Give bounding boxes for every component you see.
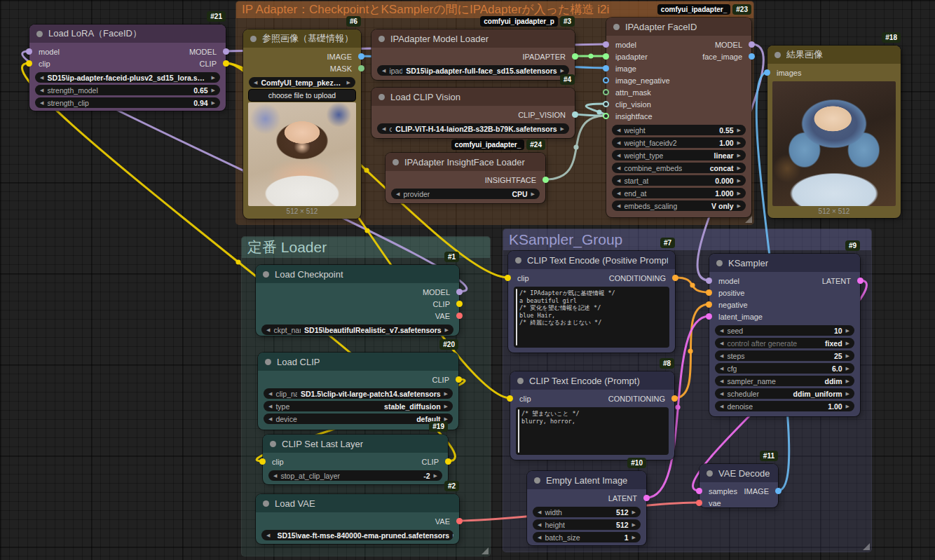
collapse-dot-icon[interactable]	[515, 257, 521, 264]
combo-right-arrow-icon[interactable]	[445, 325, 449, 335]
output-dot-IMAGE[interactable]	[775, 488, 782, 494]
combo-left-arrow-icon[interactable]	[538, 532, 541, 542]
collapse-dot-icon[interactable]	[378, 94, 385, 100]
combo-left-arrow-icon[interactable]	[40, 72, 43, 83]
output-dot-IPADAPTER[interactable]	[572, 53, 578, 60]
input-dot-clip[interactable]	[505, 275, 511, 281]
combo-right-arrow-icon[interactable]	[347, 77, 350, 88]
input-dot-ipadapter[interactable]	[603, 53, 609, 60]
output-dot-CONDITIONING[interactable]	[671, 395, 678, 402]
output-dot-face_image[interactable]	[749, 53, 755, 60]
output-dot-CLIP_VISION[interactable]	[572, 111, 578, 118]
input-dot-vae[interactable]	[696, 500, 702, 506]
combo-left-arrow-icon[interactable]	[617, 125, 620, 135]
combo-left-arrow-icon[interactable]	[266, 530, 270, 540]
input-dot-clip[interactable]	[507, 395, 513, 402]
widget-end-at[interactable]: end_at1.000	[612, 188, 746, 198]
widget-provider[interactable]: providerCPU	[391, 189, 540, 199]
combo-left-arrow-icon[interactable]	[720, 376, 723, 386]
combo-left-arrow-icon[interactable]	[268, 388, 272, 399]
node-header[interactable]: Empty Latent Image	[527, 471, 646, 489]
collapse-dot-icon[interactable]	[263, 500, 269, 507]
collapse-dot-icon[interactable]	[534, 477, 540, 484]
combo-right-arrow-icon[interactable]	[846, 388, 849, 399]
input-dot-clip[interactable]	[26, 60, 32, 67]
combo-right-arrow-icon[interactable]	[737, 137, 741, 148]
input-dot-positive[interactable]	[706, 289, 712, 296]
input-dot-model[interactable]	[603, 41, 609, 48]
collapse-dot-icon[interactable]	[270, 441, 276, 447]
combo-right-arrow-icon[interactable]	[444, 401, 448, 411]
combo-left-arrow-icon[interactable]	[617, 163, 620, 173]
output-dot-MASK[interactable]	[358, 65, 364, 71]
widget--[interactable]: .SD15\vae-ft-mse-840000-ema-pruned.safet…	[261, 530, 453, 540]
node-header[interactable]: Load LoRA（FaceID）	[29, 25, 226, 43]
widget-ipadapt-[interactable]: ipadapt...SD15\ip-adapter-full-face_sd15…	[377, 65, 569, 76]
node-header[interactable]: IPAdapter FaceID	[606, 18, 751, 36]
node-header[interactable]: IPAdapter InsightFace Loader	[385, 153, 545, 171]
input-dot-attn_mask[interactable]	[603, 89, 609, 95]
combo-left-arrow-icon[interactable]	[617, 175, 620, 186]
widget-sampler-name[interactable]: sampler_nameddim	[715, 376, 854, 386]
widget-weight-faceidv2[interactable]: weight_faceidv21.00	[612, 137, 746, 148]
input-dot-insightface[interactable]	[603, 113, 609, 119]
widget-steps[interactable]: steps25	[715, 350, 854, 361]
widget-strength-model[interactable]: strength_model0.65	[35, 85, 220, 95]
combo-left-arrow-icon[interactable]	[720, 338, 723, 348]
combo-left-arrow-icon[interactable]	[266, 325, 270, 335]
combo-right-arrow-icon[interactable]	[632, 519, 636, 530]
widget-weight[interactable]: weight0.55	[612, 125, 746, 135]
collapse-dot-icon[interactable]	[393, 159, 399, 165]
output-dot-MODEL[interactable]	[456, 289, 463, 295]
widget-comfyui-temp-pkezk-[interactable]: ComfyUI_temp_pkezk ...	[249, 77, 355, 88]
node-header[interactable]: Load Checkpoint	[256, 265, 459, 283]
widget-denoise[interactable]: denoise1.00	[715, 401, 854, 411]
input-dot-image[interactable]	[603, 65, 609, 71]
combo-right-arrow-icon[interactable]	[531, 189, 535, 199]
node-load-clip-vision[interactable]: #4Load CLIP VisionCLIP_VISIONclip ...CLI…	[371, 88, 575, 138]
combo-right-arrow-icon[interactable]	[434, 470, 437, 481]
output-dot-CLIP[interactable]	[445, 458, 451, 465]
combo-left-arrow-icon[interactable]	[720, 363, 723, 374]
widget-scheduler[interactable]: schedulerddim_uniform	[715, 388, 854, 399]
collapse-dot-icon[interactable]	[36, 31, 43, 37]
node-header[interactable]: CLIP Text Encode (Positive Prompt)	[508, 251, 675, 269]
node-clip-text-encode-negative[interactable]: #8CLIP Text Encode (Prompt)clipCONDITION…	[510, 371, 674, 460]
widget-stop-at-clip-layer[interactable]: stop_at_clip_layer-2	[268, 470, 442, 481]
collapse-dot-icon[interactable]	[774, 52, 781, 58]
output-dot-CLIP[interactable]	[223, 60, 229, 67]
widget-strength-clip[interactable]: strength_clip0.94	[35, 97, 220, 108]
output-dot-CLIP[interactable]	[456, 376, 462, 383]
collapse-dot-icon[interactable]	[378, 36, 385, 42]
output-dot-INSIGHTFACE[interactable]	[542, 177, 549, 183]
node-header[interactable]: 結果画像	[767, 46, 901, 64]
node-header[interactable]: Load CLIP	[258, 353, 458, 371]
node-load-checkpoint[interactable]: #1Load CheckpointMODELCLIPVAEckpt_nameSD…	[256, 265, 459, 336]
upload-button[interactable]: choose file to upload	[249, 90, 355, 101]
combo-right-arrow-icon[interactable]	[737, 163, 741, 173]
collapse-dot-icon[interactable]	[716, 260, 723, 266]
node-header[interactable]: IPAdapter Model Loader	[371, 29, 575, 48]
combo-right-arrow-icon[interactable]	[846, 325, 849, 336]
widget-clip-name[interactable]: clip_nameSD1.5\clip-vit-large-patch14.sa…	[264, 388, 453, 399]
input-dot-model[interactable]	[26, 48, 32, 55]
group-ksampler-title[interactable]: KSampler_Group	[503, 229, 871, 250]
input-dot-samples[interactable]	[696, 488, 702, 494]
output-dot-LATENT[interactable]	[857, 278, 864, 284]
node-header[interactable]: VAE Decode	[699, 464, 778, 482]
output-dot-VAE[interactable]	[456, 518, 463, 524]
output-dot-MODEL[interactable]	[749, 41, 755, 48]
collapse-dot-icon[interactable]	[613, 24, 620, 30]
combo-left-arrow-icon[interactable]	[40, 97, 43, 108]
combo-right-arrow-icon[interactable]	[212, 72, 215, 83]
combo-left-arrow-icon[interactable]	[720, 388, 723, 399]
widget-combine-embeds[interactable]: combine_embedsconcat	[612, 163, 746, 173]
combo-left-arrow-icon[interactable]	[40, 85, 43, 95]
combo-right-arrow-icon[interactable]	[632, 507, 636, 517]
combo-left-arrow-icon[interactable]	[617, 137, 620, 148]
combo-left-arrow-icon[interactable]	[720, 401, 723, 411]
input-dot-images[interactable]	[764, 69, 770, 76]
combo-right-arrow-icon[interactable]	[212, 97, 215, 108]
input-dot-clip[interactable]	[259, 458, 266, 465]
input-dot-clip_vision[interactable]	[603, 101, 609, 107]
